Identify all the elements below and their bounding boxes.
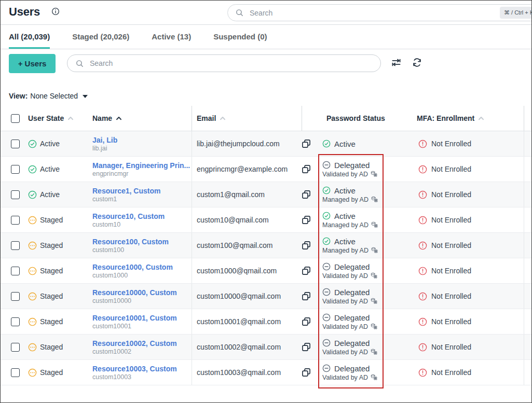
email-text: custom10001@qmail.com: [197, 317, 281, 326]
table-row: Active Resource1, Custom custom1 custom1…: [1, 182, 531, 207]
username-label: custom10: [92, 221, 120, 228]
page-title: Users: [9, 5, 40, 19]
password-status-icon: [322, 186, 331, 194]
sort-caret-icon[interactable]: [67, 116, 74, 120]
password-status-label: Delegated: [334, 262, 370, 271]
row-extra: [524, 207, 531, 232]
password-status-label: Active: [334, 140, 356, 148]
user-name-link[interactable]: Resource1, Custom: [92, 187, 160, 195]
user-name-link[interactable]: Jai, Lib: [92, 136, 117, 144]
header-email[interactable]: Email: [192, 106, 302, 131]
password-status-icon: [322, 313, 331, 322]
copy-icon[interactable]: [301, 215, 311, 225]
tab-staged[interactable]: Staged (20,026): [72, 25, 129, 49]
password-status-label: Delegated: [334, 339, 370, 348]
global-search-input[interactable]: [250, 9, 421, 17]
table-row: Staged Resource100, Custom custom100 cus…: [1, 233, 531, 258]
sort-caret-icon[interactable]: [220, 116, 226, 120]
global-search: ⌘ / Ctrl + K: [227, 4, 532, 21]
username-label: custom100: [92, 246, 124, 254]
email-text: custom1@qmail.com: [197, 190, 265, 199]
table-row: Staged Resource10000, Custom custom10000…: [1, 284, 531, 309]
header-mfa-enrollment[interactable]: MFA: Enrollment: [411, 106, 524, 131]
header-name[interactable]: Name: [84, 106, 192, 131]
row-checkbox[interactable]: [11, 292, 20, 301]
add-users-button[interactable]: + Users: [9, 54, 56, 73]
password-status-subtext: Validated by AD: [322, 272, 368, 280]
tab-suspended[interactable]: Suspended (0): [213, 25, 267, 49]
active-directory-icon: [371, 349, 377, 355]
sort-caret-icon[interactable]: [478, 116, 484, 120]
row-extra: [524, 335, 531, 359]
row-checkbox[interactable]: [11, 343, 20, 352]
info-icon[interactable]: [51, 7, 60, 18]
chevron-down-icon: [83, 95, 88, 98]
user-state-label: Staged: [40, 317, 63, 326]
password-status-icon: [322, 288, 331, 296]
password-status-icon: [322, 140, 331, 148]
password-status-label: Delegated: [334, 313, 370, 322]
toolbar: + Users: [1, 49, 531, 86]
password-status-subtext: Managed by AD: [322, 247, 369, 254]
password-status-icon: [322, 161, 331, 169]
filter-sliders-icon[interactable]: [391, 58, 401, 67]
row-checkbox[interactable]: [11, 368, 20, 377]
search-icon: [235, 8, 244, 17]
mfa-status-label: Not Enrolled: [431, 292, 471, 300]
active-directory-icon: [371, 323, 377, 330]
table-search-input[interactable]: [90, 59, 339, 67]
user-name-link[interactable]: Resource10002, Custom: [92, 339, 177, 348]
sort-caret-icon[interactable]: [116, 116, 122, 120]
copy-icon[interactable]: [301, 266, 311, 276]
tab-active[interactable]: Active (13): [152, 25, 191, 49]
row-checkbox[interactable]: [11, 140, 20, 148]
search-icon: [75, 59, 84, 68]
table-row: Active Manager, Engineering Prin... engp…: [1, 157, 531, 182]
password-status-cell: Active Managed by AD: [318, 233, 411, 258]
copy-icon[interactable]: [301, 342, 311, 352]
view-selector[interactable]: View: None Selected: [1, 86, 531, 106]
active-directory-icon: [371, 298, 377, 304]
view-label: View:: [9, 92, 28, 100]
row-extra: [524, 258, 531, 283]
row-checkbox[interactable]: [11, 165, 20, 174]
row-checkbox[interactable]: [11, 317, 20, 326]
active-directory-icon: [371, 196, 378, 203]
active-directory-icon: [371, 247, 378, 254]
header-password-status[interactable]: Password Status: [302, 106, 411, 131]
user-state-label: Staged: [40, 368, 63, 377]
copy-icon[interactable]: [301, 367, 311, 378]
user-state-icon: [28, 368, 37, 377]
password-status-label: Delegated: [334, 364, 370, 373]
copy-icon[interactable]: [301, 138, 311, 149]
row-checkbox[interactable]: [11, 190, 20, 199]
user-state-label: Staged: [40, 216, 63, 224]
copy-icon[interactable]: [301, 316, 311, 327]
header-user-state[interactable]: User State: [28, 106, 84, 131]
tab-all[interactable]: All (20,039): [9, 25, 50, 49]
password-status-icon: [322, 364, 331, 372]
refresh-icon[interactable]: [412, 58, 422, 67]
copy-icon[interactable]: [301, 164, 311, 174]
mfa-status-label: Not Enrolled: [431, 165, 471, 173]
user-name-link[interactable]: Resource10001, Custom: [92, 314, 177, 322]
row-checkbox[interactable]: [11, 216, 20, 225]
table-body: Active Jai, Lib lib.jai lib.jai@thejumpc…: [1, 131, 531, 385]
row-checkbox[interactable]: [11, 241, 20, 250]
user-name-link[interactable]: Resource1000, Custom: [92, 263, 173, 271]
copy-icon[interactable]: [301, 240, 311, 251]
user-state-label: Active: [40, 190, 60, 199]
user-name-link[interactable]: Resource10003, Custom: [92, 365, 177, 373]
copy-icon[interactable]: [301, 189, 311, 200]
copy-icon[interactable]: [301, 291, 311, 301]
select-all-checkbox[interactable]: [11, 114, 20, 123]
user-name-link[interactable]: Resource10000, Custom: [92, 288, 177, 297]
mfa-status-label: Not Enrolled: [431, 216, 471, 224]
password-status-label: Active: [334, 212, 356, 220]
row-checkbox[interactable]: [11, 267, 20, 275]
password-status-cell: Delegated Validated by AD: [318, 309, 411, 334]
username-label: custom10001: [92, 323, 131, 330]
user-name-link[interactable]: Manager, Engineering Prin...: [92, 161, 190, 170]
user-name-link[interactable]: Resource100, Custom: [92, 238, 169, 246]
user-name-link[interactable]: Resource10, Custom: [92, 212, 165, 220]
